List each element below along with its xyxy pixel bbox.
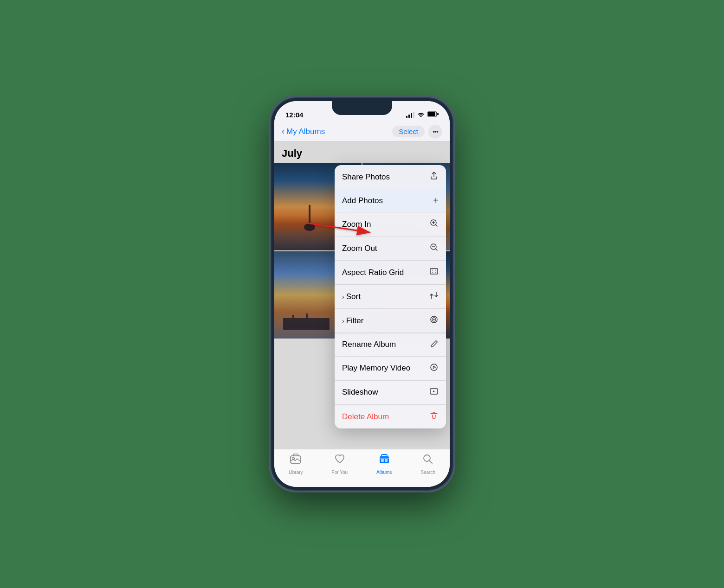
menu-item-rename-label: Rename Album xyxy=(342,340,396,349)
sort-chevron-icon: › xyxy=(342,293,344,300)
more-button[interactable]: ••• xyxy=(428,125,442,139)
svg-rect-2 xyxy=(437,113,439,115)
menu-item-rename-album[interactable]: Rename Album xyxy=(335,333,446,357)
phone-screen: 12:04 xyxy=(274,101,450,487)
menu-item-sort[interactable]: › Sort xyxy=(335,285,446,309)
slideshow-icon xyxy=(429,387,439,398)
screen-container: 12:04 xyxy=(274,101,450,487)
menu-item-filter[interactable]: › Filter xyxy=(335,309,446,333)
menu-item-aspect-ratio-label: Aspect Ratio Grid xyxy=(342,268,404,277)
tab-search-label: Search xyxy=(420,470,435,475)
for-you-icon xyxy=(334,453,346,468)
menu-item-add-photos[interactable]: Add Photos + xyxy=(335,189,446,212)
search-icon xyxy=(422,453,434,468)
tab-bar: Library For You xyxy=(274,449,450,487)
svg-line-11 xyxy=(307,223,369,232)
phone-device: 12:04 xyxy=(272,98,452,490)
svg-rect-25 xyxy=(385,459,388,462)
albums-icon xyxy=(378,453,390,468)
menu-item-add-photos-label: Add Photos xyxy=(342,196,383,205)
add-icon: + xyxy=(433,195,439,206)
memory-video-icon xyxy=(429,363,439,374)
battery-icon xyxy=(427,110,439,119)
nav-actions: Select ••• xyxy=(392,125,442,139)
library-icon xyxy=(290,453,302,468)
back-label: My Albums xyxy=(286,127,325,136)
ellipsis-icon: ••• xyxy=(433,128,438,135)
tab-for-you[interactable]: For You xyxy=(332,453,348,475)
menu-item-delete-label: Delete Album xyxy=(342,412,389,422)
notch xyxy=(332,101,392,115)
svg-point-18 xyxy=(431,364,437,371)
svg-rect-14 xyxy=(430,268,438,274)
wifi-icon xyxy=(417,111,425,118)
svg-rect-20 xyxy=(291,456,301,463)
svg-rect-24 xyxy=(381,459,384,462)
context-menu: Share Photos Add Photos + xyxy=(335,165,446,428)
menu-item-play-memory-label: Play Memory Video xyxy=(342,364,410,373)
menu-item-play-memory-video[interactable]: Play Memory Video xyxy=(335,357,446,381)
status-time: 12:04 xyxy=(285,111,303,119)
share-icon xyxy=(429,171,439,183)
menu-item-share-photos[interactable]: Share Photos xyxy=(335,165,446,189)
main-content: July xyxy=(274,142,450,449)
menu-item-delete-album[interactable]: Delete Album xyxy=(335,405,446,428)
filter-chevron-icon: › xyxy=(342,317,344,325)
menu-item-aspect-ratio-grid[interactable]: Aspect Ratio Grid xyxy=(335,261,446,285)
svg-point-17 xyxy=(433,319,435,320)
tab-for-you-label: For You xyxy=(332,470,348,475)
menu-item-filter-label: Filter xyxy=(346,316,364,326)
chevron-left-icon: ‹ xyxy=(282,127,284,136)
aspect-ratio-icon xyxy=(429,267,439,278)
sort-icon xyxy=(429,291,439,302)
menu-item-slideshow[interactable]: Slideshow xyxy=(335,381,446,405)
select-button[interactable]: Select xyxy=(392,126,425,137)
navigation-bar: ‹ My Albums Select ••• xyxy=(274,121,450,142)
signal-icon xyxy=(406,112,414,118)
arrow-indicator xyxy=(302,216,376,246)
tab-albums[interactable]: Albums xyxy=(376,453,392,475)
menu-item-sort-label: Sort xyxy=(346,292,361,301)
svg-rect-22 xyxy=(293,454,298,456)
zoom-in-icon xyxy=(429,218,439,230)
status-icons xyxy=(406,110,439,119)
back-button[interactable]: ‹ My Albums xyxy=(282,127,325,136)
menu-item-share-photos-label: Share Photos xyxy=(342,173,390,182)
trash-icon xyxy=(429,411,439,422)
filter-icon xyxy=(429,315,439,326)
tab-library-label: Library xyxy=(289,470,303,475)
svg-rect-1 xyxy=(428,112,435,116)
zoom-out-icon xyxy=(429,243,439,254)
pencil-icon xyxy=(430,339,439,350)
tab-albums-label: Albums xyxy=(376,470,392,475)
tab-search[interactable]: Search xyxy=(420,453,435,475)
menu-item-slideshow-label: Slideshow xyxy=(342,388,378,397)
tab-library[interactable]: Library xyxy=(289,453,303,475)
